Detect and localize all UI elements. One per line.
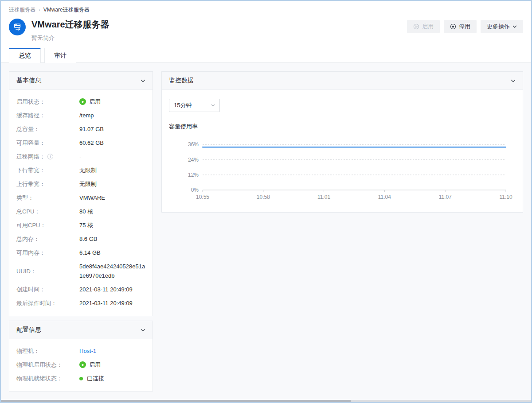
collapse-chevron-icon[interactable] bbox=[141, 329, 145, 332]
info-value: 60.62 GB bbox=[79, 138, 145, 147]
chart-title: 容量使用率 bbox=[169, 123, 516, 131]
info-label: 总CPU： bbox=[16, 207, 79, 216]
monitor-title: 监控数据 bbox=[169, 77, 194, 85]
axis-tick-label: 10:58 bbox=[257, 194, 270, 200]
connected-dot-icon bbox=[79, 377, 83, 380]
breadcrumb-parent[interactable]: 迁移服务器 bbox=[9, 7, 35, 13]
chevron-down-icon bbox=[211, 104, 215, 107]
time-range-value: 15分钟 bbox=[174, 101, 192, 109]
axis-tick-label: 10:55 bbox=[196, 194, 209, 200]
basic-info-title: 基本信息 bbox=[16, 77, 41, 85]
info-value: 无限制 bbox=[79, 179, 145, 189]
time-range-select[interactable]: 15分钟 bbox=[169, 99, 220, 112]
chevron-down-icon bbox=[512, 25, 517, 28]
info-label: 创建时间： bbox=[16, 285, 79, 294]
info-row: 可用内存：6.14 GB bbox=[16, 248, 145, 257]
axis-tick-label: 12% bbox=[188, 172, 199, 178]
info-label: 物理机： bbox=[16, 346, 79, 356]
info-row: 可用CPU：75 核 bbox=[16, 221, 145, 230]
info-row: UUID：5de8f4ae424240528e51a1e6970e1edb bbox=[16, 262, 145, 280]
breadcrumb: 迁移服务器›VMware迁移服务器 bbox=[1, 1, 531, 14]
page-title: VMware迁移服务器 bbox=[31, 19, 407, 30]
axis-tick-label: 36% bbox=[188, 141, 199, 147]
info-label: 物理机启用状态： bbox=[16, 360, 79, 369]
info-row: 总内存：8.6 GB bbox=[16, 234, 145, 244]
tab-overview[interactable]: 总览 bbox=[9, 48, 41, 63]
axis-tick-label: 11:10 bbox=[499, 194, 512, 200]
status-enabled-icon: ▶ bbox=[79, 361, 86, 368]
info-row: 总容量：91.07 GB bbox=[16, 124, 145, 134]
info-value: ▶启用 bbox=[79, 360, 145, 369]
title-block: VMware迁移服务器 暂无简介 bbox=[31, 19, 407, 42]
basic-info-body: 启用状态：▶启用缓存路径：/temp总容量：91.07 GB可用容量：60.62… bbox=[9, 90, 153, 316]
monitor-card: 监控数据 15分钟 容量使用率 0%12%24%36%10:5510:5811:… bbox=[161, 71, 523, 213]
info-label: 最后操作时间： bbox=[16, 298, 79, 308]
axis-tick-label: 0% bbox=[191, 187, 199, 193]
content-area: 基本信息 启用状态：▶启用缓存路径：/temp总容量：91.07 GB可用容量：… bbox=[1, 63, 531, 402]
info-value: 2021-03-11 20:49:09 bbox=[79, 285, 145, 294]
info-value: 6.14 GB bbox=[79, 248, 145, 257]
info-row: 上行带宽：无限制 bbox=[16, 179, 145, 189]
collapse-chevron-icon[interactable] bbox=[141, 79, 145, 82]
info-label: 下行带宽： bbox=[16, 166, 79, 175]
info-value: 已连接 bbox=[79, 374, 145, 383]
migration-server-icon bbox=[9, 19, 26, 35]
info-value: ▶启用 bbox=[79, 97, 145, 106]
horizontal-scrollbar[interactable] bbox=[1, 400, 531, 402]
info-row: 物理机：Host-1 bbox=[16, 346, 145, 356]
config-info-header: 配置信息 bbox=[9, 321, 153, 339]
config-info-body: 物理机：Host-1物理机启用状态：▶启用物理机就绪状态：已连接 bbox=[9, 339, 153, 391]
axis-tick-label: 24% bbox=[188, 157, 199, 163]
info-value: 5de8f4ae424240528e51a1e6970e1edb bbox=[79, 262, 145, 280]
info-value: VMWARE bbox=[79, 193, 145, 202]
enable-button[interactable]: 启用 bbox=[407, 20, 440, 33]
info-label: 总内存： bbox=[16, 234, 79, 244]
info-row: 创建时间：2021-03-11 20:49:09 bbox=[16, 285, 145, 294]
horizontal-scrollbar-thumb[interactable] bbox=[1, 400, 351, 402]
host-link[interactable]: Host-1 bbox=[79, 346, 145, 356]
info-label: UUID： bbox=[16, 262, 79, 280]
basic-info-header: 基本信息 bbox=[9, 72, 153, 90]
info-row: 类型：VMWARE bbox=[16, 193, 145, 202]
info-label: 上行带宽： bbox=[16, 179, 79, 189]
info-label: 迁移网络：i bbox=[16, 152, 79, 161]
disable-button-label: 停用 bbox=[459, 23, 470, 31]
page-header: VMware迁移服务器 暂无简介 启用 bbox=[1, 14, 531, 42]
monitor-header: 监控数据 bbox=[162, 72, 523, 90]
tab-audit[interactable]: 审计 bbox=[44, 48, 76, 63]
action-buttons: 启用 停用 更多操作 bbox=[407, 19, 523, 33]
enable-button-label: 启用 bbox=[422, 23, 434, 31]
axis-tick-label: 11:01 bbox=[317, 194, 330, 200]
axis-tick-label: 11:07 bbox=[439, 194, 452, 200]
tab-bar: 总览 审计 bbox=[1, 48, 531, 63]
info-label: 启用状态： bbox=[16, 97, 79, 106]
more-actions-button[interactable]: 更多操作 bbox=[481, 20, 523, 33]
info-row: 可用容量：60.62 GB bbox=[16, 138, 145, 147]
chart-svg: 0%12%24%36%10:5510:5811:0111:0411:0711:1… bbox=[169, 132, 512, 204]
info-label: 总容量： bbox=[16, 124, 79, 134]
info-row: 物理机启用状态：▶启用 bbox=[16, 360, 145, 369]
breadcrumb-current: VMware迁移服务器 bbox=[43, 7, 90, 13]
info-row: 启用状态：▶启用 bbox=[16, 97, 145, 106]
info-icon[interactable]: i bbox=[47, 154, 53, 159]
basic-info-card: 基本信息 启用状态：▶启用缓存路径：/temp总容量：91.07 GB可用容量：… bbox=[9, 71, 153, 316]
capacity-usage-chart: 0%12%24%36%10:5510:5811:0111:0411:0711:1… bbox=[169, 132, 516, 206]
info-value: 75 核 bbox=[79, 221, 145, 230]
info-value: /temp bbox=[79, 111, 145, 120]
monitor-body: 15分钟 容量使用率 0%12%24%36%10:5510:5811:0111:… bbox=[162, 90, 523, 212]
disable-button[interactable]: 停用 bbox=[444, 20, 477, 33]
info-row: 迁移网络：i- bbox=[16, 152, 145, 161]
info-label: 类型： bbox=[16, 193, 79, 202]
info-label: 可用容量： bbox=[16, 138, 79, 147]
page-subtitle: 暂无简介 bbox=[31, 34, 407, 42]
collapse-chevron-icon[interactable] bbox=[511, 79, 516, 82]
info-row: 总CPU：80 核 bbox=[16, 207, 145, 216]
info-row: 缓存路径：/temp bbox=[16, 111, 145, 120]
info-value: 2021-03-11 20:49:09 bbox=[79, 298, 145, 308]
config-info-title: 配置信息 bbox=[16, 326, 41, 334]
axis-tick-label: 11:04 bbox=[378, 194, 391, 200]
breadcrumb-separator: › bbox=[39, 7, 40, 12]
play-circle-icon bbox=[413, 23, 419, 30]
info-label: 缓存路径： bbox=[16, 111, 79, 120]
info-row: 物理机就绪状态：已连接 bbox=[16, 374, 145, 383]
